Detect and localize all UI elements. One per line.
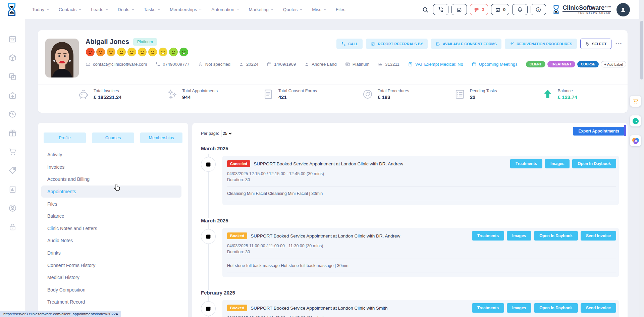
sidebar-item-accounts-and-billing[interactable]: Accounts and Billing: [41, 173, 181, 186]
mood-face-4-icon[interactable]: [117, 47, 126, 57]
floating-whatsapp-button[interactable]: [630, 115, 641, 126]
sidebar-item-appointments[interactable]: Appointments: [41, 186, 181, 198]
more-options-button[interactable]: •••: [615, 41, 622, 46]
search-icon[interactable]: [422, 6, 429, 13]
stat-text: Total Procedures£ 183: [378, 89, 409, 100]
store-button[interactable]: 0: [491, 4, 509, 15]
nav-item-contacts[interactable]: Contacts: [59, 7, 82, 12]
nav-item-misc[interactable]: Misc: [312, 7, 327, 12]
nav-item-memberships[interactable]: Memberships: [170, 7, 202, 12]
images-button[interactable]: Images: [507, 231, 531, 241]
images-button[interactable]: Images: [545, 159, 570, 168]
sidebar-item-clinic-notes-and-letters[interactable]: Clinic Notes and Letters: [41, 222, 181, 235]
client-photo[interactable]: [45, 39, 79, 77]
sidebar-item-medical-history[interactable]: Medical History: [41, 271, 181, 284]
sidebar-item-activity[interactable]: Activity: [41, 149, 181, 161]
rail-usercircle-icon[interactable]: [8, 204, 17, 213]
rail-calendar12-icon[interactable]: 12: [8, 35, 17, 44]
contact-upcoming-meetings[interactable]: Upcoming Meetings: [472, 62, 518, 67]
contact-vat-exempt-medical-no[interactable]: VAT Exempt Medical: No: [408, 62, 463, 67]
scrollbar-thumb[interactable]: [640, 21, 643, 80]
sidebar-item-body-composition[interactable]: Body Composition: [41, 284, 181, 296]
treatments-button[interactable]: Treatments: [472, 231, 504, 241]
clinicsoftware-logo-icon[interactable]: [6, 3, 17, 16]
nav-item-deals[interactable]: Deals: [118, 7, 135, 12]
report-referrals-by-button[interactable]: REPORT REFERRALS BY: [366, 39, 427, 49]
floating-cart-button[interactable]: [630, 96, 641, 107]
sidebar-item-treatment-record[interactable]: Treatment Record: [41, 296, 181, 308]
sidebar-item-consent-forms-history[interactable]: Consent Forms History: [41, 259, 181, 271]
available-consent-forms-button[interactable]: AVAILABLE CONSENT FORMS: [431, 39, 501, 49]
rail-cart-icon[interactable]: [8, 147, 17, 156]
user-avatar[interactable]: [616, 3, 630, 16]
label-pill-treatment[interactable]: TREATMENT: [547, 61, 575, 67]
rail-bagarrow-icon[interactable]: [8, 91, 17, 100]
tab-memberships[interactable]: Memberships: [140, 133, 182, 143]
nav-item-marketing[interactable]: Marketing: [249, 7, 274, 12]
mood-face-6-icon[interactable]: [138, 47, 147, 57]
mood-face-7-icon[interactable]: [148, 47, 157, 57]
dialer-button[interactable]: [433, 4, 448, 15]
per-page-select[interactable]: 25: [221, 130, 233, 137]
rail-pricetag-icon[interactable]: [8, 166, 17, 175]
contact-313211: 313211: [378, 62, 399, 67]
mood-face-10-icon[interactable]: [179, 47, 189, 57]
nav-item-tasks[interactable]: Tasks: [144, 7, 161, 12]
mood-face-1-icon[interactable]: [86, 47, 95, 57]
tab-courses[interactable]: Courses: [92, 133, 134, 143]
images-button[interactable]: Images: [507, 303, 531, 313]
nav-item-automation[interactable]: Automation: [211, 7, 239, 12]
sidebar-item-audio-notes[interactable]: Audio Notes: [41, 234, 181, 247]
action-label: CALL: [348, 42, 358, 46]
side-panel-handle[interactable]: [624, 125, 626, 136]
select-button[interactable]: SELECT: [580, 39, 611, 49]
treatments-button[interactable]: Treatments: [510, 159, 542, 168]
label-pill-course[interactable]: COURSE: [577, 61, 599, 67]
topbar-actions: 3 0 ? ClinicSoftware.com TEN STEPS AHEAD: [422, 0, 630, 19]
rail-copypages-icon[interactable]: [8, 72, 17, 81]
sidebar-item-drinks[interactable]: Drinks: [41, 247, 181, 259]
nav-item-today[interactable]: Today: [32, 7, 50, 12]
export-appointments-button[interactable]: Export Appointments: [573, 127, 625, 136]
window-scrollbar[interactable]: [639, 0, 644, 317]
tab-profile[interactable]: Profile: [44, 133, 86, 143]
send-invoice-button[interactable]: Send Invoice: [581, 231, 616, 241]
rail-padlock-icon[interactable]: [8, 222, 17, 231]
appointment-service: Cleansing Mini Facial Cleansing Mini Fac…: [227, 191, 616, 196]
nav-item-files[interactable]: Files: [336, 7, 345, 12]
notifications-button[interactable]: [512, 4, 528, 15]
mood-face-9-icon[interactable]: [169, 47, 178, 57]
open-in-daybook-button[interactable]: Open In Daybook: [534, 231, 578, 241]
rail-box3d-icon[interactable]: [8, 53, 17, 62]
open-in-daybook-button[interactable]: Open In Daybook: [534, 303, 578, 313]
stat-text: Balance£ 123.74: [558, 89, 577, 100]
rail-historyclock-icon[interactable]: [8, 110, 17, 119]
nav-item-quotes[interactable]: Quotes: [283, 7, 303, 12]
open-in-daybook-button[interactable]: Open In Daybook: [572, 159, 616, 168]
label-pill-client[interactable]: CLIENT: [526, 61, 545, 67]
rejuvenation-procedures-button[interactable]: REJUVENATION PROCEDURES: [505, 39, 577, 49]
call-button[interactable]: CALL: [336, 39, 363, 49]
inbox-button[interactable]: [451, 4, 467, 15]
send-invoice-button[interactable]: Send Invoice: [581, 303, 616, 313]
mood-face-3-icon[interactable]: [106, 47, 116, 57]
sidebar-item-invoices[interactable]: Invoices: [41, 161, 181, 173]
sidebar-item-files[interactable]: Files: [41, 198, 181, 210]
mood-face-2-icon[interactable]: [96, 47, 105, 57]
floating-ai-button[interactable]: AI: [630, 135, 641, 146]
rail-chartdoc-icon[interactable]: [8, 185, 17, 194]
help-button[interactable]: ?: [531, 4, 546, 15]
mood-face-8-icon[interactable]: [158, 47, 168, 57]
treatments-button[interactable]: Treatments: [472, 303, 504, 313]
appointment-entry: BookedSUPPORT Booked Service Appointment…: [201, 228, 619, 277]
rail-gift-icon[interactable]: [8, 128, 17, 138]
nav-item-leads[interactable]: Leads: [91, 7, 109, 12]
chat-notifications-button[interactable]: 3: [470, 4, 488, 15]
timeline-column: [201, 300, 222, 317]
help-icon: ?: [535, 7, 541, 13]
sidebar-item-balance[interactable]: Balance: [41, 210, 181, 222]
store-icon: [495, 7, 501, 13]
add-label-button[interactable]: + Add Label: [601, 61, 626, 67]
chat-bubbles-icon: [474, 7, 480, 13]
mood-face-5-icon[interactable]: [127, 47, 137, 57]
